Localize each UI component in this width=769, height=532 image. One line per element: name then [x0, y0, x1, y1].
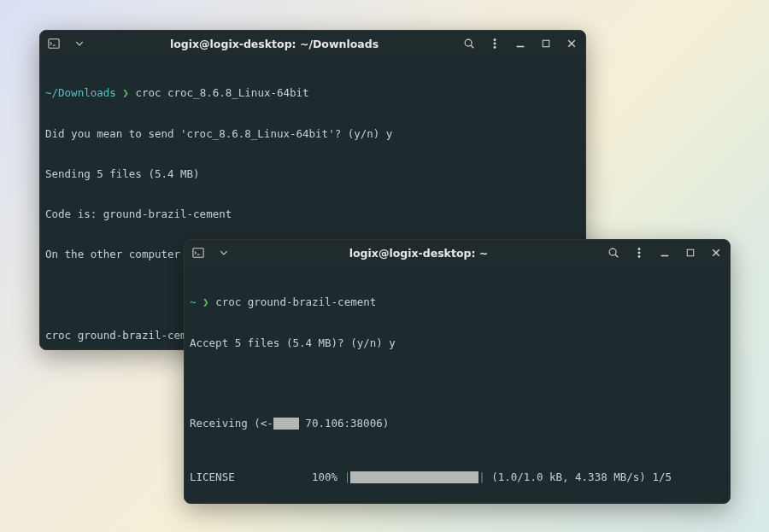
kebab-menu-icon[interactable] [488, 37, 502, 50]
maximize-icon[interactable] [684, 246, 697, 260]
window-title: logix@logix-desktop: ~/Downloads [91, 38, 457, 50]
svg-line-3 [471, 45, 473, 48]
command-text: croc ground-brazil-cement [215, 295, 376, 309]
chevron-down-icon[interactable] [73, 37, 86, 50]
titlebar[interactable]: logix@logix-desktop: ~ [185, 240, 730, 266]
minimize-icon[interactable] [658, 246, 672, 260]
close-icon[interactable] [709, 246, 723, 260]
svg-line-14 [615, 254, 618, 257]
svg-rect-19 [687, 249, 694, 256]
prompt-symbol: ❯ [203, 295, 209, 309]
terminal-icon [47, 37, 61, 50]
output-line: Did you mean to send 'croc_8.6.8_Linux-6… [45, 127, 392, 141]
svg-point-15 [638, 248, 640, 249]
output-line: Code is: ground-brazil-cement [45, 208, 232, 221]
output-line: Sending 5 files (5.4 MB) [45, 167, 200, 181]
close-icon[interactable] [565, 37, 578, 50]
search-icon[interactable] [462, 37, 476, 50]
output-line: On the other computer run [45, 248, 206, 261]
svg-point-17 [638, 255, 640, 257]
svg-point-6 [494, 46, 496, 48]
prompt-path: ~/Downloads [45, 86, 116, 100]
titlebar[interactable]: logix@logix-desktop: ~/Downloads [40, 31, 585, 56]
transfer-row: LICENSE 100% || (1.0/1.0 kB, 4.338 MB/s)… [190, 471, 725, 484]
command-text: croc croc_8.6.8_Linux-64bit [135, 86, 308, 100]
window-title: logix@logix-desktop: ~ [236, 247, 602, 260]
svg-rect-11 [193, 248, 203, 258]
output-line: croc ground-brazil-cement [45, 329, 206, 342]
receiving-line: Receiving (<- 70.106:38006) [190, 417, 725, 430]
svg-point-5 [494, 43, 496, 44]
prompt-symbol: ❯ [122, 86, 129, 100]
svg-rect-0 [49, 39, 59, 49]
terminal-window-receiver: logix@logix-desktop: ~ ~ ❯ croc ground-b… [184, 239, 731, 504]
svg-rect-8 [543, 40, 549, 47]
terminal-icon [191, 246, 205, 260]
chevron-down-icon[interactable] [217, 246, 231, 260]
search-icon[interactable] [607, 246, 620, 260]
prompt-path: ~ [190, 295, 197, 309]
prompt-line: ~ ❯ croc ground-brazil-cement [190, 295, 725, 309]
svg-point-13 [609, 248, 616, 255]
prompt-line: ~/Downloads ❯ croc croc_8.6.8_Linux-64bi… [45, 86, 580, 100]
maximize-icon[interactable] [539, 37, 553, 50]
redacted-ip [273, 418, 299, 430]
kebab-menu-icon[interactable] [632, 246, 646, 260]
svg-point-2 [465, 39, 472, 46]
progress-bar [350, 471, 478, 483]
svg-point-16 [638, 252, 640, 254]
terminal-body[interactable]: ~ ❯ croc ground-brazil-cement Accept 5 f… [185, 266, 730, 503]
output-line: Accept 5 files (5.4 MB)? (y/n) y [190, 336, 396, 350]
minimize-icon[interactable] [514, 37, 527, 50]
svg-point-4 [494, 38, 496, 40]
